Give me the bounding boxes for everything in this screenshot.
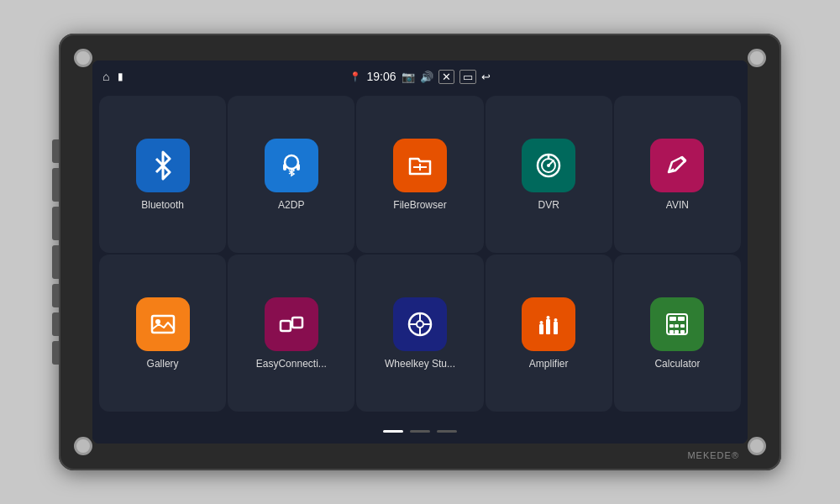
calculator-icon (650, 297, 704, 351)
camera-icon[interactable]: 📷 (402, 71, 415, 83)
svg-rect-30 (669, 317, 676, 321)
gallery-icon (136, 297, 190, 351)
app-easyconnection[interactable]: EasyConnecti... (228, 255, 354, 412)
amplifier-icon (522, 297, 575, 351)
svg-rect-34 (680, 324, 685, 328)
side-btn-home[interactable] (52, 207, 59, 240)
svg-rect-37 (680, 330, 685, 333)
app-calculator-label: Calculator (654, 358, 700, 370)
side-btn-back[interactable] (52, 245, 59, 279)
side-btn-aux[interactable] (52, 341, 59, 365)
app-dvr[interactable]: DVR (486, 96, 612, 253)
svg-point-18 (417, 321, 423, 328)
app-bluetooth[interactable]: Bluetooth (99, 96, 226, 253)
side-btn-mic[interactable] (52, 139, 59, 163)
app-wheelkey-label: Wheelkey Stu... (385, 358, 455, 370)
app-filebrowser-label: FileBrowser (393, 199, 446, 211)
device-body: ⌂ ▮ 📍 19:06 📷 🔊 ✕ ▭ ↩ (59, 34, 781, 470)
svg-point-13 (155, 319, 160, 324)
svg-rect-25 (554, 322, 558, 334)
app-a2dp[interactable]: A2DP (228, 96, 354, 253)
svg-point-26 (540, 321, 543, 324)
avin-icon (650, 139, 704, 192)
svg-rect-24 (546, 319, 550, 334)
app-filebrowser[interactable]: FileBrowser (356, 96, 483, 253)
svg-rect-23 (539, 324, 543, 334)
svg-point-27 (547, 316, 550, 319)
svg-point-9 (547, 164, 550, 167)
side-buttons (52, 139, 59, 365)
app-amplifier-label: Amplifier (529, 358, 569, 370)
app-gallery[interactable]: Gallery (99, 255, 226, 412)
brand-watermark: MEKEDE® (687, 450, 739, 460)
svg-line-16 (291, 323, 292, 324)
app-calculator[interactable]: Calculator (614, 255, 741, 412)
app-bluetooth-label: Bluetooth (141, 199, 184, 211)
app-easyconnection-label: EasyConnecti... (256, 358, 327, 370)
easyconnection-icon (265, 297, 318, 351)
a2dp-icon (265, 139, 318, 192)
screen: ⌂ ▮ 📍 19:06 📷 🔊 ✕ ▭ ↩ (92, 60, 748, 444)
app-amplifier[interactable]: Amplifier (486, 255, 612, 412)
nav-dot-3[interactable] (437, 430, 457, 433)
nav-dot-1[interactable] (383, 430, 403, 433)
nav-bar (92, 418, 748, 444)
filebrowser-icon (393, 139, 447, 192)
app-dvr-label: DVR (538, 199, 559, 211)
svg-rect-12 (152, 316, 174, 333)
status-center: 📍 19:06 📷 🔊 ✕ ▭ ↩ (349, 70, 490, 84)
app-wheelkey[interactable]: Wheelkey Stu... (356, 255, 483, 412)
svg-rect-33 (675, 324, 679, 328)
home-icon[interactable]: ⌂ (102, 70, 109, 83)
svg-rect-36 (675, 330, 679, 333)
location-icon: 📍 (349, 71, 361, 82)
volume-icon[interactable]: 🔊 (420, 71, 433, 83)
side-btn-vol-down[interactable] (52, 312, 59, 336)
svg-rect-15 (292, 318, 302, 328)
dvr-icon (522, 139, 575, 192)
side-btn-vol-up[interactable] (52, 284, 59, 307)
svg-rect-31 (678, 317, 685, 321)
svg-rect-2 (297, 164, 300, 171)
svg-rect-1 (283, 164, 286, 171)
bluetooth-icon (136, 139, 190, 192)
app-grid: Bluetooth A2DP (92, 92, 748, 418)
app-gallery-label: Gallery (147, 358, 179, 370)
app-avin[interactable]: AVIN (614, 96, 741, 253)
svg-rect-32 (669, 324, 674, 328)
mount-hole-br (748, 437, 766, 455)
battery-icon: ▮ (118, 71, 123, 82)
mount-hole-tl (74, 49, 92, 67)
status-time: 19:06 (366, 70, 396, 83)
mount-hole-tr (748, 49, 766, 67)
app-avin-label: AVIN (666, 199, 689, 211)
screen-icon[interactable]: ▭ (459, 70, 476, 84)
svg-point-0 (285, 155, 298, 169)
status-bar: ⌂ ▮ 📍 19:06 📷 🔊 ✕ ▭ ↩ (92, 60, 748, 92)
svg-point-28 (554, 318, 558, 322)
status-left: ⌂ ▮ (102, 70, 343, 83)
close-icon[interactable]: ✕ (438, 70, 454, 84)
mount-hole-bl (74, 437, 92, 455)
svg-rect-35 (669, 330, 674, 333)
back-icon[interactable]: ↩ (481, 71, 491, 83)
app-a2dp-label: A2DP (278, 199, 304, 211)
svg-rect-14 (281, 321, 291, 331)
wheelkey-icon (393, 297, 447, 351)
nav-dot-2[interactable] (410, 430, 430, 433)
side-btn-power[interactable] (52, 168, 59, 202)
